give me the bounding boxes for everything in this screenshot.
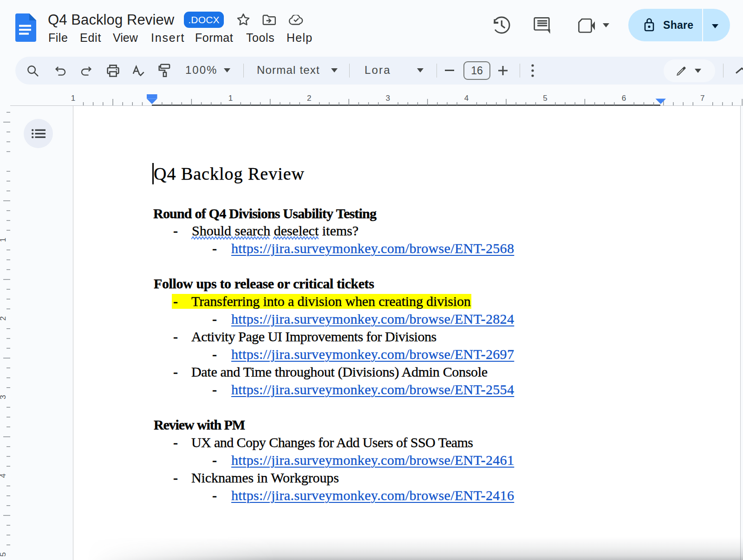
svg-text:1: 1 — [0, 238, 7, 242]
svg-text:2: 2 — [0, 316, 7, 320]
svg-text:3: 3 — [385, 94, 390, 103]
svg-text:5: 5 — [543, 94, 547, 103]
svg-text:4: 4 — [464, 94, 469, 103]
svg-text:3: 3 — [0, 395, 7, 399]
svg-text:5: 5 — [0, 552, 7, 556]
svg-text:7: 7 — [700, 94, 704, 103]
svg-text:1: 1 — [71, 94, 75, 103]
svg-text:6: 6 — [622, 94, 626, 103]
svg-text:4: 4 — [0, 474, 7, 478]
svg-text:2: 2 — [307, 94, 311, 103]
svg-text:1: 1 — [228, 94, 233, 103]
